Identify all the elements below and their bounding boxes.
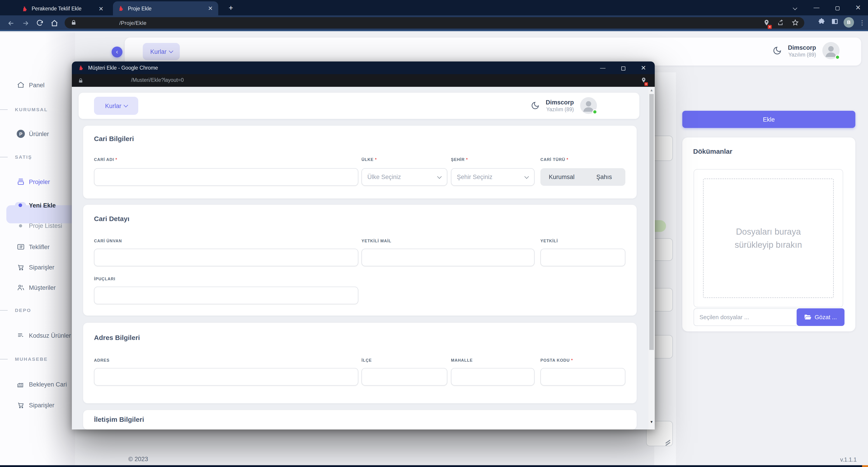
dot-icon xyxy=(19,224,22,227)
section-cari-bilgileri: Cari Bilgileri CARİ ADI* ÜLKE* ŞEHİR* CA… xyxy=(83,126,637,199)
lock-icon xyxy=(78,78,83,83)
main-page: Panel KURUMSAL P Ürünler SATIŞ Projeler … xyxy=(0,33,868,467)
sehir-label: ŞEHİR* xyxy=(451,157,534,162)
cari-turu-toggle[interactable]: Kurumsal Şahıs xyxy=(540,168,625,186)
yetkili-label: YETKİLİ xyxy=(540,239,625,243)
posta-kodu-input[interactable] xyxy=(540,368,625,386)
tab-perakende-teklif-ekle[interactable]: Perakende Teklif Ekle ✕ xyxy=(17,2,109,16)
sidebar-section-satis: SATIŞ xyxy=(15,154,32,159)
tab-title: Proje Ekle xyxy=(128,6,152,11)
cari-unvan-label: CARİ ÜNVAN xyxy=(94,239,358,243)
lock-icon xyxy=(71,20,76,26)
popup-minimize-button[interactable]: — xyxy=(596,63,610,73)
file-dropzone[interactable]: Dosyaları buraya sürükleyip bırakın xyxy=(703,179,834,298)
ekle-button[interactable]: Ekle xyxy=(682,111,855,128)
sehir-select[interactable]: Şehir Seçiniz xyxy=(451,168,534,186)
yetkili-mail-input[interactable] xyxy=(362,249,534,266)
scrollbar-thumb[interactable] xyxy=(649,94,654,350)
tab-close-icon[interactable]: ✕ xyxy=(207,5,214,12)
cari-adi-label: CARİ ADI* xyxy=(94,157,358,162)
musteri-ekle-popup-window: Müşteri Ekle - Google Chrome — ✕ /Muster… xyxy=(72,61,655,430)
popup-user-name-block: Dimscorp Yazılım (89) xyxy=(546,99,574,112)
background-form-fragments xyxy=(654,72,676,467)
popup-address-bar[interactable]: /Musteri/Ekle?layout=0 ✕ xyxy=(72,74,655,87)
red-cat-favicon xyxy=(21,5,28,12)
option-kurumsal[interactable]: Kurumsal xyxy=(540,174,583,180)
sidebar-collapse-button[interactable]: ‹ xyxy=(112,47,122,57)
browser-profile-avatar[interactable]: B xyxy=(844,17,854,28)
forward-icon[interactable] xyxy=(20,18,31,28)
option-sahis[interactable]: Şahıs xyxy=(583,174,625,180)
cari-adi-input[interactable] xyxy=(94,168,358,186)
sidebar-section-kurumsal: KURUMSAL xyxy=(15,107,48,112)
avatar[interactable] xyxy=(580,97,597,114)
menu-dots-icon[interactable]: ⋮ xyxy=(859,20,865,25)
ilce-input[interactable] xyxy=(362,368,447,386)
user-name-block: Dimscorp Yazılım (89) xyxy=(788,44,816,57)
user-subtitle: Yazılım (89) xyxy=(546,107,574,112)
section-adres-bilgileri: Adres Bilgileri ADRES İLÇE MAHALLE POSTA… xyxy=(83,323,637,403)
browse-button[interactable]: Gözat ... xyxy=(797,308,844,326)
tab-search-icon[interactable] xyxy=(789,3,801,13)
documents-title: Dökümanlar xyxy=(693,147,732,155)
share-icon[interactable] xyxy=(777,19,784,28)
location-pin-blocked-icon[interactable]: ✕ xyxy=(763,19,770,28)
ulke-label: ÜLKE* xyxy=(362,157,447,162)
user-name: Dimscorp xyxy=(788,44,816,51)
adres-input[interactable] xyxy=(94,368,358,386)
window-restore-button[interactable] xyxy=(831,3,843,13)
red-cat-favicon xyxy=(78,65,84,71)
ipuclari-input[interactable] xyxy=(94,287,358,304)
popup-user-block[interactable]: Dimscorp Yazılım (89) xyxy=(531,97,597,114)
side-panel-icon[interactable] xyxy=(831,18,839,27)
extensions-puzzle-icon[interactable] xyxy=(818,18,826,27)
reload-icon[interactable] xyxy=(34,18,45,28)
popup-kurlar-dropdown-button[interactable]: Kurlar xyxy=(94,97,138,115)
chevron-down-icon xyxy=(168,48,173,53)
home-icon[interactable] xyxy=(49,18,60,28)
selected-files-input[interactable] xyxy=(693,308,797,326)
popup-title-bar[interactable]: Müşteri Ekle - Google Chrome — ✕ xyxy=(72,61,655,74)
scroll-down-arrow-icon[interactable]: ▼ xyxy=(649,420,654,424)
star-icon[interactable] xyxy=(792,19,799,28)
user-block[interactable]: Dimscorp Yazılım (89) xyxy=(772,42,840,59)
tab-close-icon[interactable]: ✕ xyxy=(98,5,104,12)
popup-maximize-button[interactable] xyxy=(616,63,630,73)
popup-close-button[interactable]: ✕ xyxy=(637,63,650,73)
scroll-up-arrow-icon[interactable]: ▲ xyxy=(649,88,654,92)
tab-proje-ekle[interactable]: Proje Ekle ✕ xyxy=(113,1,218,16)
online-status-dot xyxy=(835,55,840,60)
location-pin-blocked-icon[interactable]: ✕ xyxy=(641,77,647,85)
screen: Perakende Teklif Ekle ✕ Proje Ekle ✕ + —… xyxy=(0,0,868,467)
user-name: Dimscorp xyxy=(546,99,574,106)
new-tab-button[interactable]: + xyxy=(226,3,236,13)
folder-open-icon xyxy=(804,314,811,320)
kurlar-dropdown-button[interactable]: Kurlar xyxy=(143,43,180,60)
moon-icon[interactable] xyxy=(772,46,781,55)
window-close-button[interactable]: ✕ xyxy=(852,3,864,13)
user-subtitle: Yazılım (89) xyxy=(788,52,816,57)
window-bottom-edge xyxy=(0,465,868,467)
browser-tab-bar: Perakende Teklif Ekle ✕ Proje Ekle ✕ + —… xyxy=(0,0,868,16)
address-bar[interactable]: /Proje/Ekle ✕ xyxy=(65,17,804,28)
mahalle-input[interactable] xyxy=(451,368,534,386)
popup-url-text: /Musteri/Ekle?layout=0 xyxy=(131,77,184,83)
yetkili-input[interactable] xyxy=(540,249,625,266)
p-badge-icon: P xyxy=(16,129,25,138)
window-minimize-button[interactable]: — xyxy=(811,3,823,13)
ipuclari-label: İPUÇLARI xyxy=(94,277,358,281)
users-icon xyxy=(16,283,25,292)
avatar[interactable] xyxy=(823,42,840,59)
version-text: v.1.1.1 xyxy=(840,457,857,463)
home-icon xyxy=(16,81,25,89)
mahalle-label: MAHALLE xyxy=(451,358,534,362)
cari-unvan-input[interactable] xyxy=(94,249,358,266)
ulke-select[interactable]: Ülke Seçiniz xyxy=(362,168,447,186)
sidebar-section-muhasebe: MUHASEBE xyxy=(15,356,48,362)
popup-window-title: Müşteri Ekle - Google Chrome xyxy=(88,65,158,70)
moon-icon[interactable] xyxy=(531,101,539,110)
chevron-down-icon xyxy=(524,174,529,179)
text-lines-icon xyxy=(16,331,25,340)
back-icon[interactable] xyxy=(5,18,16,28)
popup-scrollbar[interactable]: ▲ ▼ xyxy=(648,87,655,430)
